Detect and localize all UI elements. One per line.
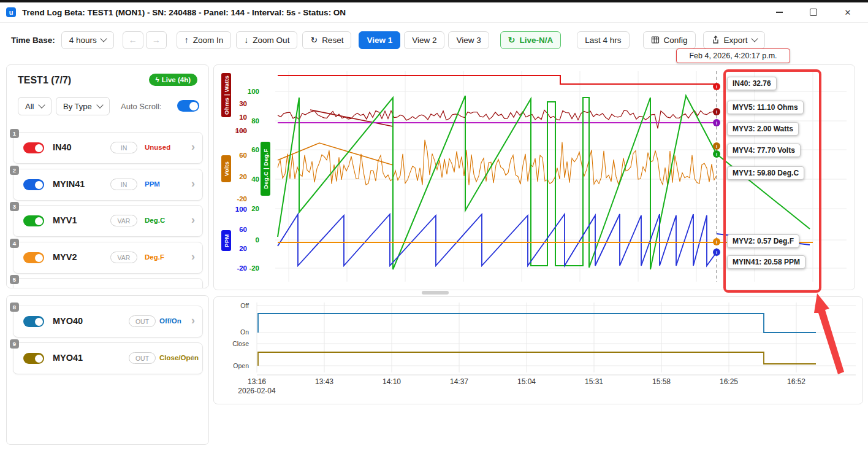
- maximize-button[interactable]: [807, 6, 820, 19]
- window-titlebar: u Trend Log Beta: TEST1 (MON1) - SN: 240…: [0, 2, 868, 23]
- item-name: MYO41: [53, 353, 83, 363]
- axis-tick: 30: [232, 99, 247, 108]
- item-unit: Deg.C: [145, 217, 165, 224]
- arrow-down-icon: ↓: [244, 36, 248, 44]
- chevron-right-icon: ›: [191, 214, 195, 226]
- svg-text:i: i: [716, 239, 717, 245]
- item-toggle[interactable]: [23, 215, 44, 226]
- auto-scroll-label: Auto Scroll:: [121, 102, 161, 111]
- axis-tick: -20: [245, 264, 259, 272]
- config-grid-icon: [651, 36, 660, 44]
- cursor-datetime-tooltip: Feb 4, 2026, 4:20:17 p.m.: [676, 48, 790, 63]
- chevron-right-icon: ›: [191, 141, 195, 153]
- list-item-myin41[interactable]: 2 MYIN41 IN PPM ›: [13, 169, 203, 201]
- view-1-label: View 1: [367, 36, 392, 45]
- live-badge: ϟ Live (4h): [149, 74, 197, 86]
- nav-back-button[interactable]: ←: [123, 31, 143, 49]
- auto-scroll-toggle[interactable]: [177, 100, 199, 112]
- date-axis-label: 2026-02-04: [238, 387, 275, 395]
- chevron-down-icon: [751, 35, 758, 42]
- export-button[interactable]: Export: [703, 31, 765, 49]
- cursor-value-tooltip: MYV4: 77.70 Volts: [727, 144, 801, 157]
- filter-all-dropdown[interactable]: All: [18, 97, 51, 115]
- filter-all-label: All: [25, 102, 34, 111]
- list-item-myo41[interactable]: 9 MYO41 OUT Close/Open ›: [13, 342, 203, 374]
- export-icon: [711, 36, 720, 44]
- item-toggle[interactable]: [23, 353, 44, 364]
- time-axis-label: 16:25: [720, 377, 738, 386]
- axis-tick: 20: [245, 204, 259, 213]
- view-2-tab[interactable]: View 2: [404, 31, 444, 49]
- item-type-tag: VAR: [110, 215, 137, 226]
- arrow-up-icon: ↑: [185, 36, 189, 44]
- item-toggle[interactable]: [23, 179, 44, 190]
- list-item-myv2[interactable]: 4 MYV2 VAR Deg.F ›: [13, 242, 203, 274]
- view-1-tab[interactable]: View 1: [359, 31, 400, 49]
- item-name: IN40: [53, 142, 72, 152]
- svg-text:i: i: [716, 250, 717, 255]
- time-base-dropdown[interactable]: 4 hours: [61, 31, 114, 49]
- axis-tick: -20: [232, 195, 247, 203]
- refresh-icon: ↻: [310, 36, 318, 44]
- axis-ppm-label: PPM: [221, 230, 231, 251]
- live-refresh-icon: ↻: [508, 36, 516, 44]
- time-axis-label: 14:10: [383, 377, 401, 386]
- view-3-label: View 3: [456, 36, 481, 45]
- live-badge-label: Live (4h): [162, 76, 191, 83]
- axis-tick: 60: [232, 225, 247, 234]
- time-axis-label: 13:43: [315, 377, 333, 386]
- zoom-in-button[interactable]: ↑ Zoom In: [177, 31, 232, 49]
- digital-states-plot[interactable]: [221, 300, 859, 377]
- list-item-in40[interactable]: 1 IN40 IN Unused ›: [13, 132, 203, 164]
- time-base-label: Time Base:: [11, 36, 55, 45]
- reset-button[interactable]: ↻ Reset: [302, 31, 351, 49]
- item-type-tag: OUT: [129, 315, 156, 327]
- list-item-myv1[interactable]: 3 MYV1 VAR Deg.C ›: [13, 205, 203, 237]
- item-name: MYIN41: [53, 179, 85, 189]
- item-toggle[interactable]: [23, 316, 44, 327]
- list-item-myo40[interactable]: 8 MYO40 OUT Off/On ›: [13, 306, 203, 337]
- digital-states-panel: Off On Close Open 13:16 13:43 14:10 14:3…: [213, 296, 863, 404]
- config-button[interactable]: Config: [643, 31, 696, 49]
- item-type-tag: IN: [110, 142, 137, 153]
- cursor-markers: i i i i i i i: [713, 83, 720, 256]
- axis-tick: 100: [245, 87, 259, 96]
- series-myo40: [258, 314, 816, 333]
- time-axis-label: 13:16: [248, 377, 266, 386]
- item-toggle[interactable]: [23, 142, 44, 153]
- last-4-hrs-button[interactable]: Last 4 hrs: [577, 31, 629, 49]
- item-number-badge: 5: [10, 275, 19, 284]
- cursor-value-tooltip: MYV1: 59.80 Deg.C: [727, 166, 804, 180]
- item-name: MYV1: [53, 215, 77, 225]
- axis-ohms-watts-label: Ohms | Watts: [221, 73, 231, 117]
- lightning-icon: ϟ: [156, 76, 159, 83]
- list-item-5-partial[interactable]: 5: [13, 278, 203, 288]
- time-axis-label: 15:31: [585, 377, 603, 386]
- time-base-value: 4 hours: [69, 36, 97, 45]
- arrow-right-icon: →: [152, 36, 161, 44]
- view-3-tab[interactable]: View 3: [448, 31, 489, 49]
- item-unit: Deg.F: [145, 253, 164, 261]
- panel-splitter-handle[interactable]: [422, 291, 449, 295]
- axis-tick: 100: [232, 126, 247, 135]
- zoom-out-button[interactable]: ↓ Zoom Out: [236, 31, 297, 49]
- filter-by-type-dropdown[interactable]: By Type: [56, 97, 110, 115]
- minimize-button[interactable]: [772, 6, 786, 19]
- live-button[interactable]: ↻ Live-N/A: [500, 31, 562, 49]
- axis-tick: 80: [245, 117, 259, 125]
- close-button[interactable]: ✕: [841, 6, 855, 19]
- zoom-out-label: Zoom Out: [253, 36, 289, 45]
- output-list-panel: 8 MYO40 OUT Off/On › 9 MYO41 OUT Close/O…: [6, 295, 209, 445]
- chevron-right-icon: ›: [191, 250, 195, 263]
- view-2-label: View 2: [412, 36, 436, 45]
- window-title: Trend Log Beta: TEST1 (MON1) - SN: 24048…: [22, 8, 346, 17]
- cursor-value-tooltip: MYV5: 11.10 Ohms: [727, 101, 804, 114]
- time-axis-label: 15:58: [652, 377, 671, 386]
- nav-forward-button[interactable]: →: [146, 31, 167, 49]
- svg-text:i: i: [716, 152, 717, 157]
- item-toggle[interactable]: [23, 252, 44, 263]
- series-in40: [278, 75, 717, 84]
- item-number-badge: 3: [10, 202, 19, 211]
- item-number-badge: 9: [10, 339, 19, 349]
- chevron-right-icon: ›: [191, 314, 195, 327]
